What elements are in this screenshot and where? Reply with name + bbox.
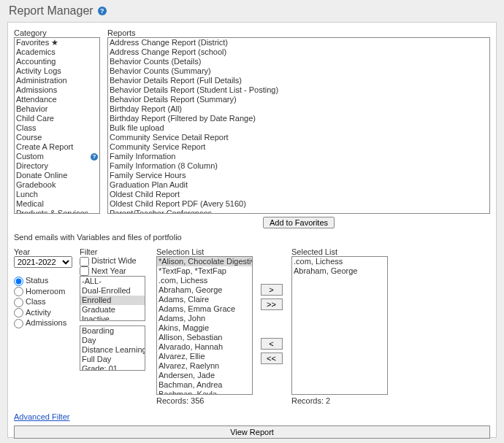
category-item[interactable]: Gradebook xyxy=(15,180,99,190)
report-item[interactable]: Behavior Details Report (Summary) xyxy=(108,95,489,104)
radio-activity[interactable]: Activity xyxy=(14,307,72,318)
category-item[interactable]: Accounting xyxy=(15,57,99,66)
list-item[interactable]: Abraham, George xyxy=(292,266,387,276)
report-item[interactable]: Birthday Report (Filtered by Date Range) xyxy=(108,114,489,123)
list-item[interactable]: Alvarez, Ellie xyxy=(157,352,252,361)
filter-item[interactable]: Enrolled xyxy=(80,296,145,305)
category-item[interactable]: Create A Report xyxy=(15,142,99,152)
list-item[interactable]: Allison, Sebastian xyxy=(157,333,252,342)
radio-class[interactable]: Class xyxy=(14,296,72,307)
report-item[interactable]: Family Service Hours xyxy=(108,171,489,180)
category-item[interactable]: Custom? xyxy=(15,152,99,161)
category-item[interactable]: Lunch xyxy=(15,190,99,199)
filter-item[interactable]: Full Day xyxy=(80,355,145,364)
move-left-button[interactable]: < xyxy=(261,338,283,350)
report-item[interactable]: Address Change Report (school) xyxy=(108,47,489,57)
filter-label: Filter xyxy=(80,247,149,256)
list-item[interactable]: Andersen, Jade xyxy=(157,371,252,380)
report-item[interactable]: Family Information (8 Column) xyxy=(108,161,489,171)
category-list[interactable]: Favorites ★AcademicsAccountingActivity L… xyxy=(14,37,100,214)
report-item[interactable]: Graduation Plan Audit xyxy=(108,180,489,190)
district-wide-checkbox[interactable]: District Wide xyxy=(80,256,149,266)
filter-item[interactable]: Distance Learning xyxy=(80,345,145,355)
category-item[interactable]: Class xyxy=(15,123,99,133)
category-item[interactable]: Attendance xyxy=(15,95,99,104)
reports-list[interactable]: Address Change Report (District)Address … xyxy=(107,37,490,214)
list-item[interactable]: Adams, Emma Grace xyxy=(157,304,252,314)
category-item[interactable]: Academics xyxy=(15,47,99,57)
report-item[interactable]: Parent/Teacher Conferences xyxy=(108,209,489,214)
category-item[interactable]: Favorites ★ xyxy=(15,38,99,47)
list-item[interactable]: Akins, Maggie xyxy=(157,323,252,333)
list-item[interactable]: *Alison, Chocolate Digestive xyxy=(157,257,252,266)
report-item[interactable]: Oldest Child Report xyxy=(108,190,489,199)
selected-report-subtitle: Send emails with Variables and files of … xyxy=(14,233,490,242)
filter-item[interactable]: Dual-Enrolled xyxy=(80,286,145,296)
help-icon[interactable]: ? xyxy=(91,153,98,161)
page-title: Report Manager xyxy=(9,4,93,18)
grouping-radios: Status Homeroom Class Activity Admission… xyxy=(14,275,72,328)
category-item[interactable]: Products & Services xyxy=(15,209,99,214)
category-item[interactable]: Activity Logs xyxy=(15,66,99,76)
next-year-checkbox[interactable]: Next Year xyxy=(80,266,149,277)
category-item[interactable]: Course xyxy=(15,133,99,142)
list-item[interactable]: Alvarez, Raelynn xyxy=(157,361,252,371)
report-item[interactable]: Behavior Details Report (Full Details) xyxy=(108,76,489,85)
add-to-favorites-button[interactable]: Add to Favorites xyxy=(263,217,335,228)
list-item[interactable]: *TextFap, *TextFap xyxy=(157,266,252,276)
move-right-button[interactable]: > xyxy=(261,284,283,296)
list-item[interactable]: Bachman, Andrea xyxy=(157,380,252,390)
list-item[interactable]: .com, Lichess xyxy=(292,257,387,266)
filter-item[interactable]: Inactive xyxy=(80,315,145,321)
move-all-left-button[interactable]: << xyxy=(261,353,283,364)
report-item[interactable]: Birthday Report (All) xyxy=(108,104,489,114)
report-item[interactable]: Family Information xyxy=(108,152,489,161)
main-card: Category Favorites ★AcademicsAccountingA… xyxy=(7,22,497,438)
filter-item[interactable]: Grade: 01 xyxy=(80,364,145,371)
category-item[interactable]: Child Care xyxy=(15,114,99,123)
year-label: Year xyxy=(14,247,72,256)
reports-label: Reports xyxy=(107,28,490,37)
report-item[interactable]: Behavior Counts (Details) xyxy=(108,57,489,66)
list-item[interactable]: .com, Lichess xyxy=(157,276,252,285)
report-item[interactable]: Behavior Counts (Summary) xyxy=(108,66,489,76)
filter-item[interactable]: Boarding xyxy=(80,326,145,336)
radio-status[interactable]: Status xyxy=(14,275,72,286)
category-item[interactable]: Directory xyxy=(15,161,99,171)
radio-admissions[interactable]: Admissions xyxy=(14,317,72,328)
selection-list[interactable]: *Alison, Chocolate Digestive*TextFap, *T… xyxy=(156,256,253,395)
report-item[interactable]: Address Change Report (District) xyxy=(108,38,489,47)
category-item[interactable]: Medical xyxy=(15,199,99,209)
selected-list-label: Selected List xyxy=(291,247,386,256)
selected-list[interactable]: .com, LichessAbraham, George xyxy=(291,256,388,395)
view-report-button[interactable]: View Report xyxy=(14,425,490,439)
list-item[interactable]: Bachman, Kayla xyxy=(157,390,252,395)
category-item[interactable]: Behavior xyxy=(15,104,99,114)
report-item[interactable]: Oldest Child Report PDF (Avery 5160) xyxy=(108,199,489,209)
list-item[interactable]: Adams, John xyxy=(157,314,252,323)
status-filter-list[interactable]: -ALL-Dual-EnrolledEnrolledGraduateInacti… xyxy=(80,276,145,321)
radio-homeroom[interactable]: Homeroom xyxy=(14,286,72,297)
move-all-right-button[interactable]: >> xyxy=(261,298,283,310)
selected-records: Records: 2 xyxy=(291,396,386,405)
year-select[interactable]: 2021-2022 xyxy=(14,256,72,268)
report-item[interactable]: Community Service Detail Report xyxy=(108,133,489,142)
filter-item[interactable]: -ALL- xyxy=(80,277,145,286)
filter-item[interactable]: Graduate xyxy=(80,305,145,315)
secondary-filter-list[interactable]: BoardingDayDistance LearningFull DayGrad… xyxy=(80,325,145,371)
category-item[interactable]: Donate Online xyxy=(15,171,99,180)
report-item[interactable]: Bulk file upload xyxy=(108,123,489,133)
selection-list-label: Selection List xyxy=(156,247,251,256)
category-label: Category xyxy=(14,28,100,37)
category-item[interactable]: Administration xyxy=(15,76,99,85)
list-item[interactable]: Abraham, George xyxy=(157,285,252,295)
selection-records: Records: 356 xyxy=(156,396,251,405)
list-item[interactable]: Alvarado, Hannah xyxy=(157,342,252,352)
report-item[interactable]: Behavior Details Report (Student List - … xyxy=(108,85,489,95)
category-item[interactable]: Admissions xyxy=(15,85,99,95)
list-item[interactable]: Adams, Claire xyxy=(157,295,252,304)
help-icon[interactable]: ? xyxy=(98,7,107,15)
report-item[interactable]: Community Service Report xyxy=(108,142,489,152)
advanced-filter-link[interactable]: Advanced Filter xyxy=(14,412,69,421)
filter-item[interactable]: Day xyxy=(80,336,145,345)
